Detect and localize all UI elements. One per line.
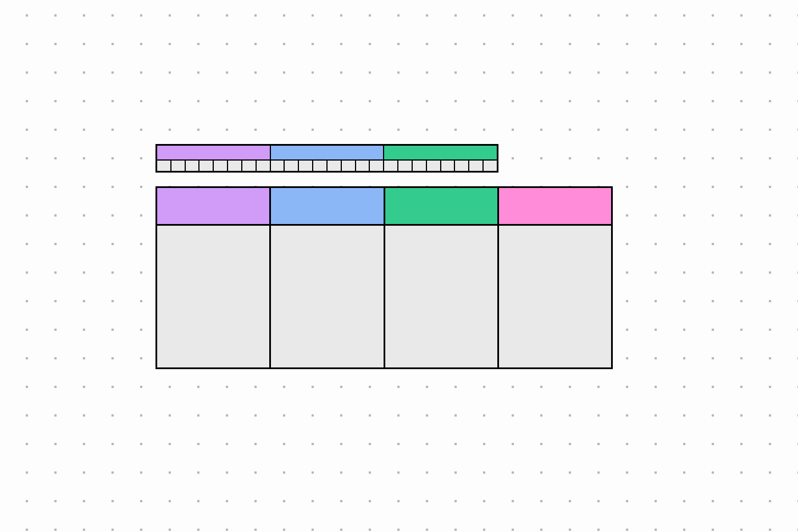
- tick-cell: [214, 161, 228, 171]
- tick-cell: [455, 161, 469, 171]
- tick-cell: [171, 161, 186, 171]
- tick-cell: [398, 161, 413, 171]
- column-header-pink[interactable]: [499, 188, 611, 226]
- tick-cell: [186, 161, 200, 171]
- column-body[interactable]: [271, 226, 383, 367]
- tick-cell: [328, 161, 342, 171]
- column-header-purple[interactable]: [157, 188, 269, 226]
- top-bar-segments: [157, 146, 497, 159]
- tick-cell: [299, 161, 313, 171]
- column-header-blue[interactable]: [271, 188, 383, 226]
- tick-cell: [469, 161, 484, 171]
- tick-cell: [441, 161, 456, 171]
- column-body[interactable]: [385, 226, 497, 367]
- tick-cell: [313, 161, 328, 171]
- tick-cell: [285, 161, 299, 171]
- tick-cell: [384, 161, 398, 171]
- top-bar[interactable]: [155, 144, 498, 173]
- top-segment-purple[interactable]: [157, 146, 271, 159]
- tick-cell: [271, 161, 285, 171]
- column-header-green[interactable]: [385, 188, 497, 226]
- tick-cell: [228, 161, 242, 171]
- column-body[interactable]: [499, 226, 611, 367]
- tick-cell: [427, 161, 441, 171]
- top-segment-green[interactable]: [384, 146, 497, 159]
- table-column[interactable]: [271, 188, 385, 367]
- tick-cell: [257, 161, 271, 171]
- main-table[interactable]: [155, 186, 613, 369]
- tick-cell: [413, 161, 427, 171]
- tick-cell: [342, 161, 356, 171]
- table-column[interactable]: [157, 188, 271, 367]
- tick-cell: [242, 161, 257, 171]
- top-segment-blue[interactable]: [271, 146, 385, 159]
- top-bar-ticks: [157, 159, 497, 171]
- tick-cell: [356, 161, 370, 171]
- tick-cell: [157, 161, 171, 171]
- table-column[interactable]: [499, 188, 611, 367]
- column-body[interactable]: [157, 226, 269, 367]
- tick-cell: [200, 161, 214, 171]
- table-column[interactable]: [385, 188, 499, 367]
- tick-cell: [370, 161, 384, 171]
- diagram-canvas[interactable]: [0, 0, 798, 532]
- tick-cell: [484, 161, 497, 171]
